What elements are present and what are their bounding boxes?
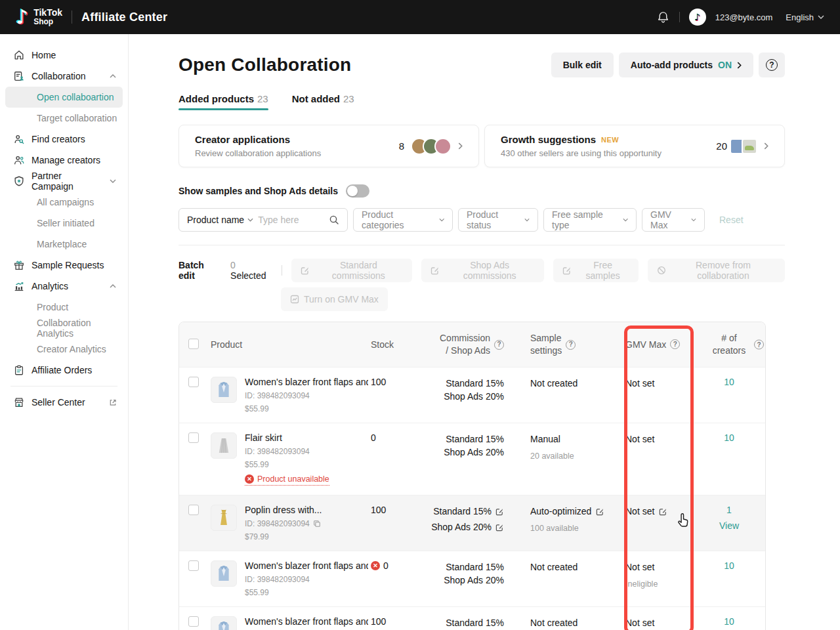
reset-filters-link[interactable]: Reset: [719, 215, 744, 225]
sidebar-item-marketplace[interactable]: Marketplace: [0, 234, 128, 255]
view-creators-link[interactable]: View: [692, 520, 766, 531]
gmv-max-help-icon[interactable]: [670, 339, 680, 349]
samples-toggle-label: Show samples and Shop Ads details: [178, 186, 338, 196]
error-icon: [245, 474, 254, 484]
shop-ads-commissions-button[interactable]: Shop Ads commissions: [421, 259, 544, 282]
chevron-up-icon[interactable]: [107, 284, 119, 288]
table-header-row: Product Stock Commission/ Shop Ads Sampl…: [179, 322, 765, 367]
sidebar-item-affiliate-orders[interactable]: Affiliate Orders: [0, 360, 128, 381]
unavailable-label: Product unavailable: [257, 474, 329, 484]
edit-gmv-icon[interactable]: [659, 507, 667, 516]
product-status-dropdown[interactable]: Product status: [458, 208, 538, 232]
row-checkbox[interactable]: [188, 560, 199, 571]
creators-count-link[interactable]: 1: [726, 505, 732, 515]
sample-settings-help-icon[interactable]: [566, 340, 576, 350]
batch-selected-count: 0 Selected: [230, 260, 272, 281]
header-divider: [72, 10, 72, 24]
free-samples-button[interactable]: Free samples: [553, 259, 639, 282]
chevron-up-icon[interactable]: [107, 74, 119, 78]
product-name[interactable]: Women's blazer front flaps and...: [245, 616, 368, 627]
commission-help-icon[interactable]: [494, 340, 504, 350]
row-checkbox[interactable]: [188, 432, 199, 443]
chevron-down-icon: [439, 218, 444, 222]
col-header-product: Product: [211, 339, 368, 350]
sidebar-item-open-collaboration[interactable]: Open collaboartion: [5, 87, 123, 108]
creator-applications-card[interactable]: Creator applications Review collaboratio…: [178, 125, 479, 167]
auto-add-products-button[interactable]: Auto-add products ON: [619, 52, 753, 77]
row-checkbox[interactable]: [188, 505, 199, 515]
product-name[interactable]: Women's blazer front flaps and...: [245, 560, 368, 571]
sidebar-label: Collaboration: [32, 71, 86, 81]
product-unavailable-badge[interactable]: Product unavailable: [245, 474, 329, 486]
sidebar: Home Collaboration Open collaboartion Ta…: [0, 34, 129, 630]
sample-status: Not created: [522, 551, 618, 583]
creators-count-link[interactable]: 10: [724, 377, 734, 387]
gmv-max-dropdown[interactable]: GMV Max: [642, 208, 705, 232]
sidebar-item-home[interactable]: Home: [0, 45, 128, 66]
sidebar-item-collaboration-analytics[interactable]: Collaboration Analytics: [0, 318, 128, 339]
remove-from-collaboration-button[interactable]: Remove from collaboration: [648, 259, 785, 282]
product-name[interactable]: Women's blazer front flaps and...: [245, 377, 368, 387]
creators-count-link[interactable]: 10: [724, 432, 734, 443]
help-button[interactable]: [759, 52, 785, 77]
gmv-status: Not set: [618, 423, 692, 455]
tiktok-shop-logo[interactable]: ♪ TikTok Shop: [16, 7, 62, 27]
tab-count: 23: [343, 93, 354, 104]
sidebar-item-sample-requests[interactable]: Sample Requests: [0, 255, 128, 276]
account-email[interactable]: 123@byte.com: [715, 12, 773, 22]
product-name[interactable]: Flair skirt: [245, 432, 329, 443]
product-categories-dropdown[interactable]: Product categories: [353, 208, 453, 232]
samples-toggle[interactable]: [346, 184, 369, 198]
partner-campaign-icon: [13, 175, 25, 187]
search-category-selector[interactable]: Product name: [187, 215, 253, 225]
sidebar-item-find-creators[interactable]: Find creators: [0, 129, 128, 150]
account-avatar[interactable]: ♪: [689, 9, 706, 26]
search-icon[interactable]: [329, 215, 339, 225]
sidebar-item-product-analytics[interactable]: Product: [0, 297, 128, 318]
search-input[interactable]: [258, 215, 324, 225]
sidebar-item-collaboration[interactable]: Collaboration: [0, 66, 128, 87]
growth-suggestions-card[interactable]: Growth suggestions NEW 430 other sellers…: [484, 125, 785, 167]
sidebar-item-creator-analytics[interactable]: Creator Analytics: [0, 339, 128, 360]
bulk-edit-button[interactable]: Bulk edit: [551, 52, 614, 77]
creator-applications-title: Creator applications: [195, 134, 321, 145]
commission-standard: Standard 15%: [425, 560, 504, 574]
select-all-checkbox[interactable]: [188, 339, 199, 349]
sidebar-label: Collaboration Analytics: [37, 318, 128, 339]
product-name[interactable]: Poplin dress with...: [245, 505, 322, 515]
edit-shop-ads-icon[interactable]: [495, 523, 504, 532]
commission-shop-ads: Shop Ads 20%: [425, 446, 504, 459]
out-of-stock-icon: [371, 561, 380, 570]
sidebar-item-target-collaboration[interactable]: Target collaboration: [0, 108, 128, 129]
creators-count-link[interactable]: 10: [724, 560, 734, 571]
product-id: ID: 398482093094: [245, 575, 310, 584]
row-checkbox[interactable]: [188, 616, 199, 627]
sidebar-item-analytics[interactable]: Analytics: [0, 276, 128, 297]
creators-count-link[interactable]: 10: [724, 616, 734, 627]
header-divider-2: [679, 12, 680, 22]
tab-not-added[interactable]: Not added23: [292, 93, 354, 110]
product-image-blazer: [211, 560, 237, 587]
sidebar-item-seller-center[interactable]: Seller Center: [0, 392, 128, 413]
notification-bell-icon[interactable]: [656, 10, 670, 24]
edit-sample-icon[interactable]: [596, 507, 604, 516]
row-checkbox[interactable]: [188, 377, 199, 387]
home-icon: [13, 49, 25, 61]
edit-commission-icon[interactable]: [495, 507, 504, 516]
chevron-down-icon[interactable]: [107, 179, 119, 183]
sidebar-item-all-campaigns[interactable]: All campaigns: [0, 192, 128, 213]
creators-help-icon[interactable]: [754, 340, 764, 350]
sidebar-item-manage-creators[interactable]: Manage creators: [0, 150, 128, 171]
language-selector[interactable]: English: [786, 12, 824, 22]
turn-on-gmv-max-button[interactable]: Turn on GMV Max: [281, 287, 388, 311]
tab-added-products[interactable]: Added products23: [178, 93, 268, 110]
sidebar-label: All campaigns: [37, 197, 94, 207]
copy-icon[interactable]: [313, 520, 321, 528]
selected-word: Selected: [230, 270, 266, 281]
standard-commissions-button[interactable]: Standard commissions: [291, 259, 412, 282]
collaboration-icon: [13, 70, 25, 82]
free-sample-type-dropdown[interactable]: Free sample type: [543, 208, 637, 232]
sidebar-item-partner-campaign[interactable]: Partner Campaign: [0, 171, 128, 192]
sidebar-label: Seller initiated: [37, 218, 94, 228]
sidebar-item-seller-initiated[interactable]: Seller initiated: [0, 213, 128, 234]
